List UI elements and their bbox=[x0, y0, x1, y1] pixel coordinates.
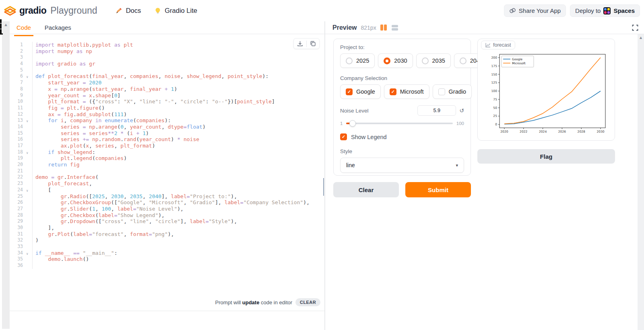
noise-slider[interactable] bbox=[346, 123, 452, 124]
lightbulb-icon bbox=[155, 7, 161, 14]
code-line: 33 bbox=[10, 244, 324, 250]
editor-actions bbox=[293, 38, 320, 49]
svg-text:2024: 2024 bbox=[539, 130, 547, 133]
code-line: 29 gr.Dropdown(["cross", "line", "circle… bbox=[10, 218, 324, 225]
gradio-logo[interactable]: gradio Playground bbox=[4, 5, 97, 17]
checkbox-option-gradio[interactable]: Gradio bbox=[433, 84, 472, 99]
app-name: Playground bbox=[50, 5, 97, 16]
code-line: 2import numpy as np bbox=[10, 48, 324, 55]
show-legend-checkbox[interactable]: ✓ Show Legend bbox=[340, 133, 464, 140]
right-scrollbar[interactable]: ▲ bbox=[638, 34, 644, 330]
svg-text:125: 125 bbox=[491, 81, 497, 84]
company-checkbox-group: ✓Google✓MicrosoftGradio bbox=[340, 84, 464, 99]
checkbox-group-label: Company Selection bbox=[340, 75, 464, 81]
checkbox-option-google[interactable]: ✓Google bbox=[340, 84, 381, 99]
radio-icon bbox=[460, 57, 466, 64]
code-line: 16 series += np.random.rand(year_count) … bbox=[10, 136, 324, 143]
editor-panel: Code Packages 1import matplotlib.pyplot … bbox=[10, 21, 324, 330]
scroll-up-icon[interactable]: ▲ bbox=[2, 21, 10, 27]
svg-text:50: 50 bbox=[493, 106, 497, 110]
code-line: 15 series = series**2 * (i + 1) bbox=[10, 130, 324, 137]
svg-text:25: 25 bbox=[493, 114, 497, 118]
preview-height-label: 821px bbox=[361, 25, 376, 31]
code-line: 25 gr.Radio([2025, 2030, 2035, 2040], la… bbox=[10, 193, 324, 200]
project-to-radio-group: 2025203020352040 bbox=[340, 53, 464, 68]
svg-text:2022: 2022 bbox=[520, 130, 527, 133]
code-line: 4import gradio as gr bbox=[10, 61, 324, 67]
code-line: 13∨ for i, company in enumerate(companie… bbox=[10, 117, 324, 124]
checkbox-checked-icon: ✓ bbox=[340, 133, 347, 140]
checkbox-icon: ✓ bbox=[390, 88, 396, 95]
style-dropdown[interactable]: line ▾ bbox=[340, 158, 464, 173]
share-your-app-button[interactable]: Share Your App bbox=[504, 4, 566, 17]
form-actions: Clear Submit bbox=[333, 182, 471, 197]
style-dropdown-value: line bbox=[346, 162, 355, 168]
radio-icon bbox=[384, 57, 390, 64]
nav-gradio-lite[interactable]: Gradio Lite bbox=[155, 7, 197, 14]
code-line: 36 bbox=[10, 262, 324, 269]
nav-docs[interactable]: Docs bbox=[115, 7, 141, 14]
flag-button[interactable]: Flag bbox=[477, 149, 615, 164]
left-scrollbar[interactable]: ▲ bbox=[2, 21, 10, 329]
code-line: 7 start_year = 2020 bbox=[10, 80, 324, 86]
code-line: 1import matplotlib.pyplot as plt bbox=[10, 42, 324, 48]
svg-text:Microsoft: Microsoft bbox=[512, 61, 526, 65]
noise-level-input[interactable] bbox=[417, 105, 456, 116]
rows-layout-icon[interactable] bbox=[392, 25, 398, 31]
noise-level-label: Noise Level bbox=[340, 108, 369, 114]
code-line: 31 gr.Plot(label="forecast", format="png… bbox=[10, 231, 324, 238]
logo-text: gradio bbox=[19, 5, 46, 16]
code-line: 5 bbox=[10, 67, 324, 74]
tab-packages[interactable]: Packages bbox=[44, 22, 72, 33]
plot-label-tab: forecast bbox=[481, 41, 515, 49]
slider-handle[interactable] bbox=[349, 120, 356, 127]
code-line: 28 gr.Checkbox(label="Show Legend"), bbox=[10, 212, 324, 219]
preview-panel: Preview 821px Project to: 20252030203520… bbox=[325, 21, 644, 330]
code-line: 12 ax = fig.add_subplot(111) bbox=[10, 111, 324, 118]
code-lines: 1import matplotlib.pyplot as plt2import … bbox=[10, 34, 324, 269]
code-line: 24∨ [ bbox=[10, 187, 324, 193]
radio-option-2030[interactable]: 2030 bbox=[378, 53, 413, 68]
svg-text:0: 0 bbox=[495, 123, 497, 126]
submit-button[interactable]: Submit bbox=[405, 182, 471, 197]
copy-code-button[interactable] bbox=[307, 39, 319, 49]
svg-text:2026: 2026 bbox=[558, 130, 566, 133]
prompt-hint: Prompt will update code in editor bbox=[215, 299, 293, 305]
code-line: 26 gr.CheckboxGroup(["Google", "Microsof… bbox=[10, 199, 324, 206]
chart-icon bbox=[485, 43, 491, 47]
code-line: 10 plt_format = ({"cross": "X", "line": … bbox=[10, 98, 324, 105]
app-header: gradio Playground Docs Gradio Lite Shar bbox=[0, 0, 644, 21]
clear-button[interactable]: Clear bbox=[333, 182, 399, 197]
deploy-to-spaces-button[interactable]: Deploy to Spaces bbox=[570, 4, 640, 17]
tab-code[interactable]: Code bbox=[16, 22, 32, 33]
code-line: 30 ], bbox=[10, 225, 324, 231]
code-line: 22demo = gr.Interface( bbox=[10, 174, 324, 180]
radio-option-2025[interactable]: 2025 bbox=[340, 53, 375, 68]
reset-icon[interactable]: ↺ bbox=[459, 107, 464, 114]
columns-layout-icon[interactable] bbox=[380, 25, 387, 31]
spaces-icon bbox=[603, 7, 611, 14]
scroll-up-icon[interactable]: ▲ bbox=[638, 34, 644, 39]
svg-text:2030: 2030 bbox=[597, 130, 604, 133]
svg-text:150: 150 bbox=[491, 73, 497, 76]
checkbox-option-microsoft[interactable]: ✓Microsoft bbox=[384, 84, 429, 99]
code-line: 19 plt.legend(companies) bbox=[10, 155, 324, 162]
prompt-clear-button[interactable]: CLEAR bbox=[295, 298, 320, 306]
radio-icon bbox=[422, 57, 429, 64]
fullscreen-button[interactable] bbox=[632, 25, 638, 31]
code-editor[interactable]: 1import matplotlib.pyplot as plt2import … bbox=[10, 34, 324, 311]
input-form-card: Project to: 2025203020352040 Company Sel… bbox=[333, 39, 471, 176]
code-line: 34∨if __name__ == "__main__": bbox=[10, 250, 324, 256]
svg-text:175: 175 bbox=[491, 64, 497, 68]
share-your-app-label: Share Your App bbox=[519, 7, 561, 14]
main-split: ▲ Code Packages 1import matplotlib.pyplo… bbox=[0, 21, 644, 330]
code-line: 3 bbox=[10, 54, 324, 61]
svg-text:2028: 2028 bbox=[578, 130, 585, 133]
download-code-button[interactable] bbox=[294, 39, 306, 49]
code-line: 9 year_count = x.shape[0] bbox=[10, 92, 324, 99]
radio-option-2035[interactable]: 2035 bbox=[416, 53, 451, 68]
left-edge-decoration bbox=[0, 19, 2, 35]
code-line: 35 demo.launch() bbox=[10, 256, 324, 262]
svg-text:200: 200 bbox=[491, 56, 497, 59]
editor-footer: Prompt will update code in editor CLEAR bbox=[10, 292, 324, 311]
